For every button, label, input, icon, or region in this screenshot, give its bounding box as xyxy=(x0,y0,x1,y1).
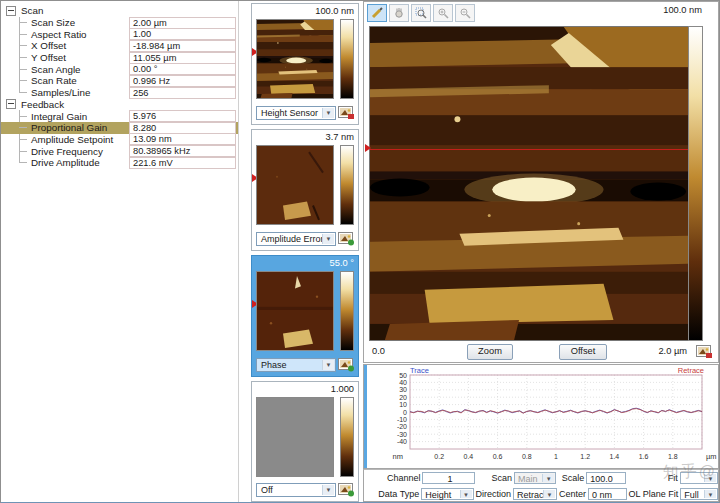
colorbar xyxy=(340,145,354,225)
scale-field[interactable]: 100.0 nm xyxy=(586,472,625,484)
collapse-icon[interactable] xyxy=(6,6,16,16)
svg-text:-20: -20 xyxy=(397,423,407,430)
svg-text:0.6: 0.6 xyxy=(493,453,503,460)
scale-value: 1.000 xyxy=(331,384,354,394)
afm-image-height[interactable] xyxy=(256,19,334,99)
scanline-marker-icon xyxy=(365,144,371,152)
main-image-panel: 100.0 nm 0.0 Zoom Offset 2.0 µm xyxy=(363,1,719,363)
zoom-out-tool-button[interactable] xyxy=(455,4,475,22)
svg-text:1.4: 1.4 xyxy=(610,453,620,460)
svg-text:-30: -30 xyxy=(397,431,407,438)
export-image-icon[interactable] xyxy=(338,483,355,497)
afm-scan-window: Scan Scan Size2.00 µm Aspect Ratio1.00 X… xyxy=(0,0,720,503)
tree-node-scan[interactable]: Scan xyxy=(1,5,238,17)
scale-value: 100.0 nm xyxy=(315,6,354,16)
param-value[interactable]: 0.996 Hz xyxy=(129,75,236,87)
afm-image-phase[interactable] xyxy=(256,271,334,351)
draw-tool-button[interactable] xyxy=(367,4,387,22)
scope-plot: 0.20.40.60.811.21.41.61.850403020100-10-… xyxy=(366,365,718,467)
tree-node-feedback[interactable]: Feedback xyxy=(1,99,238,111)
param-row: Drive Frequency80.38965 kHz xyxy=(1,145,238,157)
svg-text:40: 40 xyxy=(399,379,407,386)
param-value[interactable]: 256 xyxy=(129,87,236,99)
param-value[interactable]: 221.6 mV xyxy=(129,157,236,169)
param-value[interactable]: 80.38965 kHz xyxy=(129,145,236,157)
main-colorbar xyxy=(688,26,703,341)
param-value[interactable]: 2.00 µm xyxy=(129,17,236,29)
param-row: Scan Angle0.00 ° xyxy=(1,63,238,75)
thumbnail-height-sensor[interactable]: 100.0 nm Height Sensor▼ xyxy=(251,3,359,125)
controls-row-1: Channel 1 Scan Main▼ Scale 100.0 nm Fit … xyxy=(364,470,718,486)
scope-trace-panel: Trace Retrace 0.20.40.60.811.21.41.61.85… xyxy=(363,364,719,469)
scan-line xyxy=(370,149,688,150)
param-value[interactable]: 1.00 xyxy=(129,28,236,40)
tree-group-scan: Scan Scan Size2.00 µm Aspect Ratio1.00 X… xyxy=(1,5,238,99)
image-toolbar xyxy=(367,4,475,22)
param-row: Scan Size2.00 µm xyxy=(1,17,238,29)
zoom-button[interactable]: Zoom xyxy=(467,344,513,360)
x-min-label: 0.0 xyxy=(372,346,385,356)
main-afm-image[interactable] xyxy=(369,26,689,341)
param-value[interactable]: 13.09 nm xyxy=(129,133,236,145)
export-image-icon[interactable] xyxy=(696,345,713,359)
param-value[interactable]: -18.984 µm xyxy=(129,40,236,52)
channel-select[interactable]: Off▼ xyxy=(256,483,336,497)
data-type-select[interactable]: Height Senso▼ xyxy=(421,488,473,500)
svg-text:µm: µm xyxy=(706,452,717,461)
tree-group-feedback: Feedback Integral Gain5.976 Proportional… xyxy=(1,99,238,169)
afm-image-off[interactable] xyxy=(256,397,334,477)
svg-text:1.2: 1.2 xyxy=(580,453,590,460)
parameter-tree: Scan Scan Size2.00 µm Aspect Ratio1.00 X… xyxy=(1,1,239,502)
export-image-icon[interactable] xyxy=(338,358,355,372)
chevron-down-icon: ▼ xyxy=(704,474,716,482)
svg-text:10: 10 xyxy=(399,401,407,408)
channel-number-field[interactable]: 1 xyxy=(422,472,474,484)
collapse-icon[interactable] xyxy=(6,99,16,109)
chevron-down-icon: ▼ xyxy=(542,474,554,482)
controls-row-2: Data Type Height Senso▼ Direction Retrac… xyxy=(364,486,718,502)
channel-select[interactable]: Amplitude Error▼ xyxy=(256,232,336,246)
chevron-down-icon: ▼ xyxy=(322,108,334,118)
ol-plane-fit-select[interactable]: Full▼ xyxy=(680,488,718,500)
svg-text:0.2: 0.2 xyxy=(434,453,444,460)
svg-text:0.4: 0.4 xyxy=(464,453,474,460)
channel-select[interactable]: Height Sensor▼ xyxy=(256,106,336,120)
chevron-down-icon: ▼ xyxy=(460,490,472,498)
chevron-down-icon: ▼ xyxy=(543,490,555,498)
param-row: Scan Rate0.996 Hz xyxy=(1,75,238,87)
x-max-label: 2.0 µm xyxy=(658,346,687,356)
svg-text:nm: nm xyxy=(393,452,403,461)
export-image-icon[interactable] xyxy=(338,106,355,120)
channel-select[interactable]: Phase▼ xyxy=(256,358,336,372)
svg-text:30: 30 xyxy=(399,386,407,393)
svg-text:-40: -40 xyxy=(397,438,407,445)
param-value[interactable]: 8.280 xyxy=(129,122,236,134)
afm-image-amplitude[interactable] xyxy=(256,145,334,225)
group-label: Scan xyxy=(21,5,43,16)
param-value[interactable]: 11.055 µm xyxy=(129,52,236,64)
group-label: Feedback xyxy=(21,99,64,110)
svg-text:50: 50 xyxy=(399,372,407,379)
zoom-box-tool-button[interactable] xyxy=(411,4,431,22)
thumbnail-amplitude-error[interactable]: 3.7 nm Amplitude Error▼ xyxy=(251,129,359,251)
svg-text:20: 20 xyxy=(399,394,407,401)
param-row: Samples/Line256 xyxy=(1,87,238,99)
rt-plane-fit-select[interactable]: ▼ xyxy=(680,472,718,484)
scan-select[interactable]: Main▼ xyxy=(514,472,556,484)
thumbnail-phase-selected[interactable]: 55.0 ° Phase▼ xyxy=(251,255,359,377)
param-value[interactable]: 0.00 ° xyxy=(129,63,236,75)
image-scale-bar: 0.0 Zoom Offset 2.0 µm xyxy=(367,343,715,360)
thumbnail-off[interactable]: 1.000 Off▼ xyxy=(251,381,359,502)
image-scale-label: 100.0 nm xyxy=(663,5,702,15)
chevron-down-icon: ▼ xyxy=(322,485,334,495)
pan-tool-button[interactable] xyxy=(389,4,409,22)
param-row: Drive Amplitude221.6 mV xyxy=(1,157,238,169)
center-field[interactable]: 0 nm xyxy=(588,488,626,500)
param-row: X Offset-18.984 µm xyxy=(1,40,238,52)
export-image-icon[interactable] xyxy=(338,232,355,246)
zoom-in-tool-button[interactable] xyxy=(433,4,453,22)
svg-text:1: 1 xyxy=(554,453,558,460)
param-value[interactable]: 5.976 xyxy=(129,110,236,122)
offset-button[interactable]: Offset xyxy=(559,344,607,360)
direction-select[interactable]: Retrace▼ xyxy=(513,488,557,500)
